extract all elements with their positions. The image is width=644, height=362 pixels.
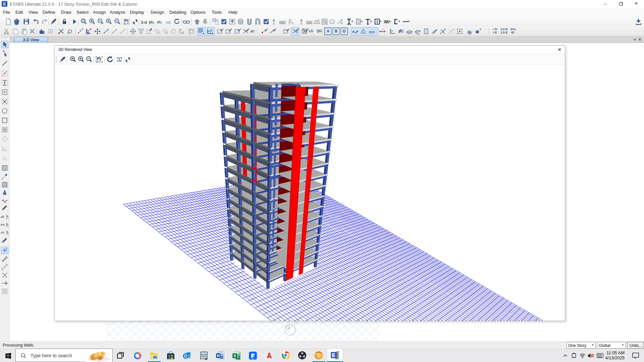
svg-text:?: ? [479, 28, 481, 31]
svg-text:2: 2 [288, 326, 290, 329]
svg-text:HZ: HZ [452, 28, 455, 30]
svg-text:E: E [444, 28, 446, 30]
svg-text:K: K [440, 33, 441, 35]
svg-text:K: K [448, 33, 450, 35]
